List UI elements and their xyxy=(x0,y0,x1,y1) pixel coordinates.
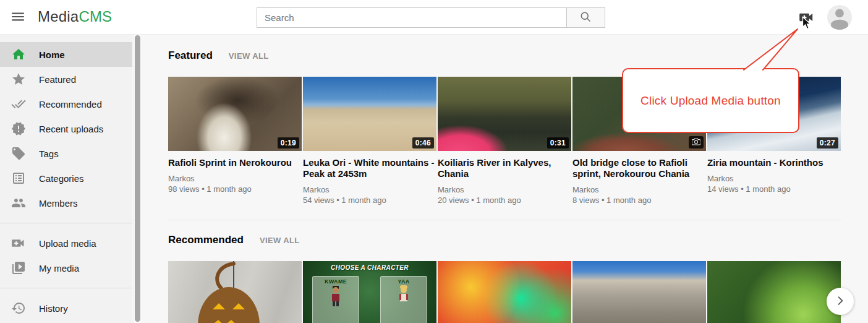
sidebar-item-label: Featured xyxy=(39,74,76,85)
view-all-link[interactable]: VIEW ALL xyxy=(260,236,300,245)
star-icon xyxy=(11,72,26,87)
search-icon xyxy=(579,11,592,25)
video-card xyxy=(707,261,841,323)
sidebar-divider xyxy=(0,223,132,223)
duration-badge: 0:19 xyxy=(278,137,299,149)
duration-badge: 0:31 xyxy=(547,137,569,149)
video-library-icon xyxy=(11,261,26,275)
carousel-next-button[interactable] xyxy=(827,288,854,315)
sidebar-item-label: My media xyxy=(39,263,79,273)
scrollbar-thumb[interactable] xyxy=(135,35,140,322)
search-button[interactable] xyxy=(566,7,605,28)
view-all-link[interactable]: VIEW ALL xyxy=(229,51,269,61)
video-meta: 14 views • 1 month ago xyxy=(707,184,841,194)
sidebar-item-recommended[interactable]: Recommended xyxy=(0,92,132,116)
video-title[interactable]: Rafioli Sprint in Nerokourou xyxy=(168,157,300,168)
app-logo[interactable]: MediaCMS xyxy=(38,8,112,25)
upload-media-button[interactable] xyxy=(798,9,815,26)
sidebar-divider xyxy=(0,288,132,288)
video-author[interactable]: Markos xyxy=(168,173,302,184)
video-meta: 98 views • 1 month ago xyxy=(168,184,302,194)
video-card xyxy=(572,261,706,323)
sidebar-item-label: Upload media xyxy=(39,238,96,249)
video-card xyxy=(438,261,571,323)
video-meta: 54 views • 1 month ago xyxy=(303,195,436,205)
search-input[interactable] xyxy=(257,7,567,28)
video-title[interactable]: Ziria mountain - Korinthos xyxy=(707,157,840,168)
video-card xyxy=(168,261,302,323)
video-thumbnail[interactable] xyxy=(168,261,302,323)
upload-media-icon xyxy=(11,236,26,251)
camera-icon xyxy=(692,137,700,148)
sidebar-item-history[interactable]: History xyxy=(0,296,132,321)
sidebar-item-tags[interactable]: Tags xyxy=(0,141,132,166)
sidebar-item-featured[interactable]: Featured xyxy=(0,67,132,92)
video-thumbnail[interactable]: CHOOSE A CHARACTER KWAME YAA Selected Se… xyxy=(303,261,436,323)
sidebar-item-label: Categories xyxy=(39,173,84,184)
sidebar-item-label: History xyxy=(39,303,68,314)
sidebar-item-my-media[interactable]: My media xyxy=(0,256,132,280)
home-icon xyxy=(11,47,26,62)
character-name: YAA xyxy=(381,278,427,285)
sidebar-item-label: Recent uploads xyxy=(39,124,103,134)
sidebar: Home Featured Recommended Recent uploads… xyxy=(0,35,132,323)
character-panel: YAA xyxy=(380,276,427,323)
history-icon xyxy=(11,301,26,316)
sidebar-item-label: Tags xyxy=(39,149,59,159)
video-card: CHOOSE A CHARACTER KWAME YAA Selected Se… xyxy=(303,261,436,323)
sidebar-item-home[interactable]: Home xyxy=(0,42,132,67)
video-title[interactable]: Koiliaris River in Kalyves, Chania xyxy=(438,157,570,179)
logo-prefix: Media xyxy=(38,8,79,25)
menu-icon[interactable] xyxy=(9,9,27,26)
annotation-callout: Click Upload Media button xyxy=(622,68,799,133)
sidebar-item-label: Members xyxy=(39,198,78,209)
new-releases-icon xyxy=(11,121,26,136)
sidebar-item-label: Recommended xyxy=(39,99,102,110)
video-thumbnail[interactable] xyxy=(572,261,706,323)
sidebar-item-members[interactable]: Members xyxy=(0,191,132,215)
done-all-icon xyxy=(11,97,26,111)
user-avatar[interactable] xyxy=(827,5,852,30)
video-title[interactable]: Leuka Ori - White mountains - Peak at 24… xyxy=(303,157,435,179)
person-icon xyxy=(827,21,852,30)
recommended-video-row: CHOOSE A CHARACTER KWAME YAA Selected Se… xyxy=(168,261,841,323)
video-thumbnail[interactable] xyxy=(707,261,841,323)
chevron-right-icon xyxy=(834,295,846,309)
search-bar xyxy=(257,7,605,28)
video-thumbnail[interactable]: 0:31 xyxy=(438,77,571,151)
sidebar-scrollbar xyxy=(133,35,141,323)
video-author[interactable]: Markos xyxy=(572,184,706,195)
character-panel: KWAME xyxy=(312,276,359,323)
sidebar-item-recent-uploads[interactable]: Recent uploads xyxy=(0,116,132,141)
topbar: MediaCMS xyxy=(0,0,868,35)
logo-suffix: CMS xyxy=(79,8,112,25)
recommended-section-header: Recommended VIEW ALL xyxy=(168,234,300,246)
video-card: 0:19 Rafioli Sprint in Nerokourou Markos… xyxy=(168,77,302,205)
sidebar-item-categories[interactable]: Categories xyxy=(0,166,132,191)
video-author[interactable]: Markos xyxy=(303,184,436,195)
featured-section-header: Featured VIEW ALL xyxy=(168,50,269,62)
video-title[interactable]: Old bridge close to Rafioli sprint, Nero… xyxy=(572,157,705,179)
section-title: Featured xyxy=(168,50,213,62)
video-card: 0:31 Koiliaris River in Kalyves, Chania … xyxy=(438,77,571,205)
video-author[interactable]: Markos xyxy=(707,173,841,184)
duration-badge: 0:27 xyxy=(817,137,838,149)
duration-badge: 0:46 xyxy=(412,137,434,149)
video-thumbnail[interactable] xyxy=(438,261,571,323)
game-screen-title: CHOOSE A CHARACTER xyxy=(303,264,436,271)
video-card: 0:46 Leuka Ori - White mountains - Peak … xyxy=(303,77,436,205)
members-icon xyxy=(11,196,26,210)
video-thumbnail[interactable]: 0:46 xyxy=(303,77,436,151)
video-meta: 8 views • 1 month ago xyxy=(572,195,706,205)
video-author[interactable]: Markos xyxy=(438,184,571,195)
video-thumbnail[interactable]: 0:19 xyxy=(168,77,302,151)
video-meta: 20 views • 1 month ago xyxy=(438,195,571,205)
sidebar-item-upload-media[interactable]: Upload media xyxy=(0,231,132,256)
section-title: Recommended xyxy=(168,234,244,246)
photo-badge xyxy=(689,136,704,149)
callout-text: Click Upload Media button xyxy=(640,94,781,108)
categories-icon xyxy=(11,171,26,186)
character-name: KWAME xyxy=(313,278,359,285)
upload-media-icon xyxy=(799,18,815,27)
section-divider xyxy=(168,220,841,220)
